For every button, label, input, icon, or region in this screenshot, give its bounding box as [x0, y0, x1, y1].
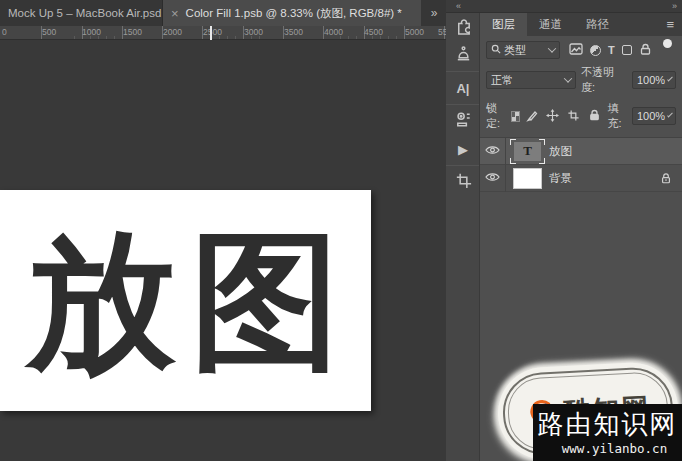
layer-name[interactable]: 放图: [549, 144, 572, 159]
play-icon: ▶: [458, 142, 468, 157]
visibility-toggle[interactable]: [480, 138, 506, 165]
panel-menu-icon[interactable]: ≡: [666, 18, 674, 31]
fill-label: 填充:: [608, 101, 628, 131]
lock-all-icon[interactable]: [588, 109, 601, 124]
collapse-panels-icon[interactable]: »: [672, 0, 676, 13]
ruler-tick-label: 5000: [405, 27, 424, 37]
layer-row-fangtu[interactable]: T 放图: [480, 138, 682, 165]
document-tabbar: Mock Up 5 – MacBook Air.psd × Color Fill…: [0, 0, 446, 26]
plugins-panel-button[interactable]: [446, 13, 480, 41]
character-panel-icon: A|: [456, 81, 469, 96]
ruler-tick-label: 4500: [364, 27, 383, 37]
watermark-title: 路由知识网: [538, 409, 678, 440]
pixel-layer-filter-icon[interactable]: [569, 43, 583, 57]
layer-filter-dropdown[interactable]: 类型: [486, 41, 560, 59]
chevron-down-icon: [667, 112, 673, 118]
eye-icon: [485, 172, 500, 184]
site-watermark: 路由知识网 www.yilanbo.cn: [533, 404, 682, 461]
opacity-label: 不透明度:: [581, 65, 627, 95]
lock-fill-row: 锁定: 填充:: [486, 101, 676, 131]
character-panel-button[interactable]: A|: [446, 74, 480, 102]
opacity-field[interactable]: 100%: [632, 71, 676, 89]
tab-overflow-icon[interactable]: »: [421, 0, 446, 26]
ruler-cursor-marker: [210, 26, 212, 40]
layer-thumbnail[interactable]: [514, 169, 541, 188]
layer-row-background[interactable]: 背景: [480, 165, 682, 192]
lock-position-move-icon[interactable]: [546, 109, 559, 124]
tab-mockup-psd[interactable]: Mock Up 5 – MacBook Air.psd: [0, 0, 163, 26]
watermark-url: www.yilanbo.cn: [548, 441, 667, 456]
blend-mode-value: 正常: [491, 73, 513, 88]
chevron-down-icon: [564, 74, 572, 82]
horizontal-ruler[interactable]: 0 500 1000 1500 2000 2500 3000 3500 4000…: [0, 26, 446, 40]
lock-artboard-icon[interactable]: [567, 109, 580, 124]
lock-image-pixels-brush-icon[interactable]: [525, 109, 538, 124]
document-text-layer[interactable]: 放图: [17, 226, 355, 376]
blend-mode-dropdown[interactable]: 正常: [486, 71, 576, 89]
smart-object-filter-icon[interactable]: [639, 43, 652, 58]
shape-layer-filter-icon[interactable]: [622, 45, 632, 55]
clone-source-panel-button[interactable]: [446, 107, 480, 135]
puzzle-icon: [454, 16, 473, 39]
layer-thumbnail[interactable]: T: [514, 142, 541, 161]
ruler-tick-label: 1000: [82, 27, 101, 37]
chevron-down-icon: [667, 76, 673, 82]
tab-title: Color Fill 1.psb @ 8.33% (放图, RGB/8#) *: [186, 6, 402, 21]
document-view[interactable]: 放图: [0, 190, 371, 411]
lock-label: 锁定:: [486, 101, 506, 131]
layer-filter-row: 类型 T: [486, 41, 676, 59]
layer-name[interactable]: 背景: [549, 171, 572, 186]
tab-colorfill-psb[interactable]: × Color Fill 1.psb @ 8.33% (放图, RGB/8#) …: [163, 0, 421, 26]
type-layer-filter-icon[interactable]: T: [608, 45, 615, 56]
ruler-tick-label: 2500: [203, 27, 222, 37]
layer-filtering-toggle[interactable]: [663, 39, 672, 48]
ruler-tick-label: 1500: [123, 27, 142, 37]
clone-source-icon: [454, 110, 473, 133]
opacity-value: 100%: [637, 74, 665, 86]
ruler-tick-label: 4000: [324, 27, 343, 37]
ruler-tick-label: 2000: [163, 27, 182, 37]
adjustment-layer-filter-icon[interactable]: [590, 45, 601, 56]
background-layer-thumbnail: [514, 169, 541, 188]
layers-list: T 放图 背景: [480, 137, 682, 192]
close-icon[interactable]: ×: [171, 7, 179, 20]
lock-transparent-pixels-icon[interactable]: [511, 111, 520, 122]
ruler-tick-label: 0: [2, 27, 7, 37]
notes-panel-button[interactable]: [446, 41, 480, 69]
dock-header: « »: [446, 0, 682, 13]
crop-panel-button[interactable]: [446, 168, 480, 196]
tab-label: 路径: [586, 17, 609, 32]
text-layer-thumbnail: T: [514, 142, 541, 161]
blend-opacity-row: 正常 不透明度: 100%: [486, 65, 676, 95]
tab-paths[interactable]: 路径: [574, 13, 621, 36]
tab-label: 图层: [492, 17, 515, 32]
collapse-panels-icon[interactable]: «: [456, 0, 460, 13]
tab-title: Mock Up 5 – MacBook Air.psd: [8, 7, 161, 19]
fill-value: 100%: [637, 110, 665, 122]
lock-icon: [660, 172, 672, 187]
canvas-area[interactable]: 放图: [0, 40, 446, 461]
tab-channels[interactable]: 通道: [527, 13, 574, 36]
filter-label: 类型: [504, 43, 526, 58]
eye-icon: [485, 145, 500, 157]
ruler-tick-label: 3500: [284, 27, 303, 37]
fill-field[interactable]: 100%: [632, 107, 676, 125]
search-icon: [491, 44, 501, 56]
visibility-toggle[interactable]: [480, 165, 506, 192]
tab-layers[interactable]: 图层: [480, 13, 527, 36]
bell-icon: [454, 44, 473, 67]
panel-tabs: 图层 通道 路径 ≡: [480, 13, 682, 36]
crop-icon: [454, 171, 473, 194]
tab-label: 通道: [539, 17, 562, 32]
actions-panel-button[interactable]: ▶: [446, 135, 480, 163]
panel-icon-strip: A| ▶: [446, 13, 480, 461]
ruler-tick-label: 3000: [244, 27, 263, 37]
chevron-down-icon: [548, 44, 556, 52]
ruler-tick-label: 500: [42, 27, 56, 37]
